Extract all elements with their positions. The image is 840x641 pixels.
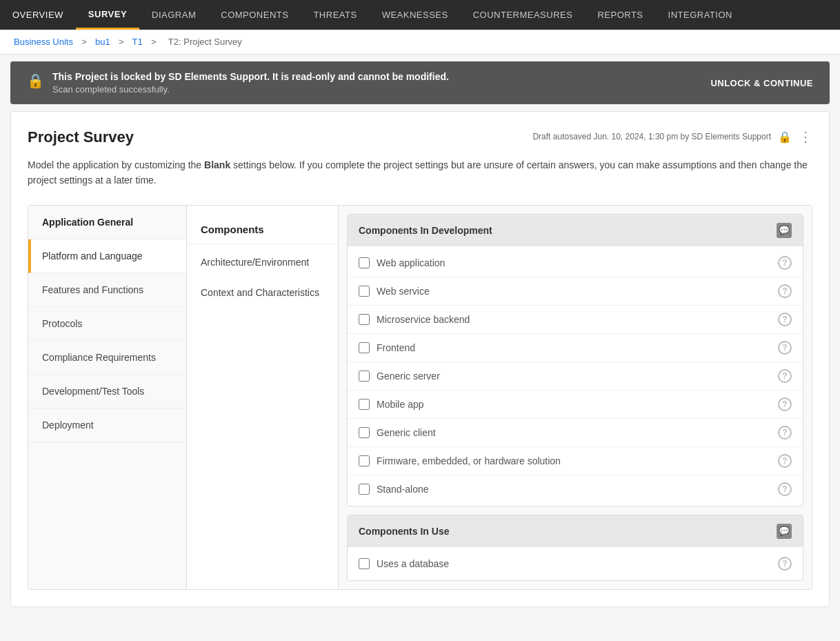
components-in-development-comment-icon[interactable]: 💬 — [777, 223, 792, 238]
list-item: Mobile app ? — [348, 391, 803, 419]
list-item: Stand-alone ? — [348, 475, 803, 503]
breadcrumb: Business Units > bu1 > T1 > T2: Project … — [0, 30, 840, 55]
list-item: Generic server ? — [348, 362, 803, 391]
frontend-help-icon[interactable]: ? — [778, 341, 792, 355]
survey-title: Project Survey — [28, 128, 134, 146]
survey-lock-icon[interactable]: 🔒 — [778, 130, 792, 144]
firmware-help-icon[interactable]: ? — [778, 454, 792, 468]
microservice-backend-help-icon[interactable]: ? — [778, 313, 792, 326]
frontend-label[interactable]: Frontend — [377, 342, 771, 353]
unlock-continue-button[interactable]: UNLOCK & CONTINUE — [710, 78, 813, 88]
survey-description: Model the application by customizing the… — [28, 157, 812, 188]
generic-client-checkbox[interactable] — [359, 427, 370, 438]
nav-weaknesses[interactable]: WEAKNESSES — [370, 0, 461, 30]
standalone-label[interactable]: Stand-alone — [377, 484, 771, 495]
survey-more-options-icon[interactable]: ⋮ — [799, 128, 812, 145]
uses-database-checkbox[interactable] — [359, 558, 370, 569]
uses-database-label[interactable]: Uses a database — [377, 558, 771, 569]
microservice-backend-checkbox[interactable] — [359, 314, 370, 325]
nav-countermeasures[interactable]: COUNTERMEASURES — [461, 0, 586, 30]
components-in-development-section: Components In Development 💬 Web applicat… — [347, 214, 803, 506]
generic-server-help-icon[interactable]: ? — [778, 369, 792, 383]
firmware-label[interactable]: Firmware, embedded, or hardware solution — [377, 455, 771, 466]
list-item: Firmware, embedded, or hardware solution… — [348, 447, 803, 475]
web-application-label[interactable]: Web application — [377, 257, 771, 268]
nav-components[interactable]: COMPONENTS — [208, 0, 301, 30]
lock-banner: 🔒 This Project is locked by SD Elements … — [10, 61, 830, 104]
list-item: Microservice backend ? — [348, 306, 803, 334]
survey-middle: Components Architecture/Environment Cont… — [187, 206, 339, 589]
lock-main-text: This Project is locked by SD Elements Su… — [52, 71, 449, 82]
components-in-use-title: Components In Use — [359, 526, 449, 537]
middle-architecture[interactable]: Architecture/Environment — [187, 247, 338, 277]
breadcrumb-bu1[interactable]: bu1 — [95, 37, 110, 47]
middle-context[interactable]: Context and Characteristics — [187, 277, 338, 308]
components-in-use-header: Components In Use 💬 — [348, 515, 803, 547]
generic-server-checkbox[interactable] — [359, 371, 370, 382]
lock-sub-text: Scan completed successfully. — [52, 84, 449, 95]
components-in-use-section: Components In Use 💬 Uses a database ? — [347, 515, 803, 581]
mobile-app-help-icon[interactable]: ? — [778, 397, 792, 411]
firmware-checkbox[interactable] — [359, 455, 370, 466]
web-service-label[interactable]: Web service — [377, 286, 771, 297]
sidebar-item-dev-tools[interactable]: Development/Test Tools — [28, 375, 186, 408]
components-in-development-header: Components In Development 💬 — [348, 215, 803, 246]
nav-diagram[interactable]: DIAGRAM — [139, 0, 208, 30]
top-navigation: OVERVIEW SURVEY DIAGRAM COMPONENTS THREA… — [0, 0, 840, 30]
breadcrumb-business-units[interactable]: Business Units — [14, 37, 73, 47]
middle-components-title: Components — [187, 213, 338, 244]
list-item: Generic client ? — [348, 419, 803, 447]
frontend-checkbox[interactable] — [359, 342, 370, 353]
sidebar-item-deployment[interactable]: Deployment — [28, 408, 186, 442]
web-application-checkbox[interactable] — [359, 257, 370, 268]
survey-layout: Application General Platform and Languag… — [28, 205, 812, 590]
list-item: Frontend ? — [348, 334, 803, 362]
sidebar-item-compliance[interactable]: Compliance Requirements — [28, 341, 186, 375]
generic-server-label[interactable]: Generic server — [377, 371, 771, 382]
draft-autosave-text: Draft autosaved Jun. 10, 2024, 1:30 pm b… — [532, 132, 771, 141]
uses-database-help-icon[interactable]: ? — [778, 557, 792, 571]
mobile-app-label[interactable]: Mobile app — [377, 399, 771, 410]
components-in-use-comment-icon[interactable]: 💬 — [777, 524, 792, 539]
generic-client-help-icon[interactable]: ? — [778, 426, 792, 440]
standalone-help-icon[interactable]: ? — [778, 482, 792, 496]
survey-meta: Draft autosaved Jun. 10, 2024, 1:30 pm b… — [532, 128, 812, 145]
sidebar-item-protocols[interactable]: Protocols — [28, 307, 186, 341]
nav-threats[interactable]: THREATS — [301, 0, 369, 30]
sidebar-item-application-general[interactable]: Application General — [28, 206, 186, 239]
components-in-development-list: Web application ? Web service ? Microser… — [348, 246, 803, 506]
survey-header: Project Survey Draft autosaved Jun. 10, … — [28, 128, 812, 146]
main-content: Project Survey Draft autosaved Jun. 10, … — [10, 111, 830, 607]
generic-client-label[interactable]: Generic client — [377, 427, 771, 438]
web-application-help-icon[interactable]: ? — [778, 256, 792, 270]
nav-overview[interactable]: OVERVIEW — [0, 0, 76, 30]
components-in-development-title: Components In Development — [359, 225, 492, 236]
mobile-app-checkbox[interactable] — [359, 399, 370, 410]
microservice-backend-label[interactable]: Microservice backend — [377, 314, 771, 325]
survey-sidebar: Application General Platform and Languag… — [28, 206, 187, 589]
standalone-checkbox[interactable] — [359, 484, 370, 495]
sidebar-item-features-functions[interactable]: Features and Functions — [28, 273, 186, 307]
list-item: Web application ? — [348, 249, 803, 277]
nav-reports[interactable]: REPORTS — [585, 0, 655, 30]
web-service-checkbox[interactable] — [359, 286, 370, 297]
sidebar-item-platform-language[interactable]: Platform and Language — [28, 239, 186, 273]
nav-survey[interactable]: SURVEY — [76, 0, 139, 30]
breadcrumb-t1[interactable]: T1 — [132, 37, 143, 47]
nav-integration[interactable]: INTEGRATION — [656, 0, 745, 30]
lock-icon: 🔒 — [27, 72, 44, 89]
breadcrumb-current: T2: Project Survey — [168, 37, 242, 47]
survey-right-panel: Components In Development 💬 Web applicat… — [339, 206, 812, 589]
list-item: Uses a database ? — [348, 550, 803, 578]
web-service-help-icon[interactable]: ? — [778, 284, 792, 298]
components-in-use-list: Uses a database ? — [348, 547, 803, 580]
list-item: Web service ? — [348, 277, 803, 306]
